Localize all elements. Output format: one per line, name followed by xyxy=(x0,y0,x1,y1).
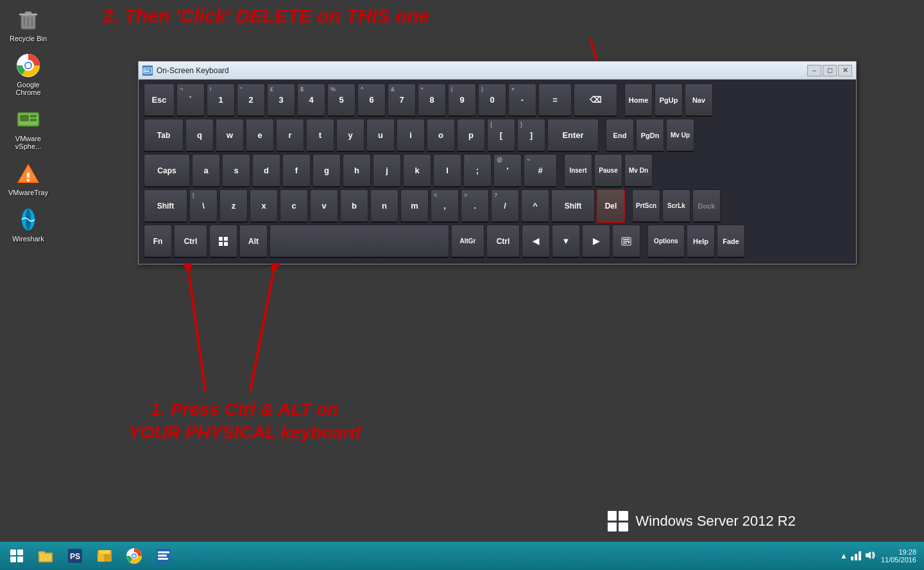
key-del[interactable]: Del xyxy=(597,189,625,223)
key-options[interactable]: Options xyxy=(647,225,685,258)
key-pgup[interactable]: PgUp xyxy=(654,83,683,117)
key-2[interactable]: "2 xyxy=(237,83,265,117)
key-prtscn[interactable]: PrtScn xyxy=(632,189,660,223)
key-q[interactable]: q xyxy=(185,119,214,152)
key-6[interactable]: ^6 xyxy=(357,83,386,117)
network-icon[interactable] xyxy=(850,550,862,562)
key-open-bracket[interactable]: {[ xyxy=(487,119,515,152)
start-button[interactable] xyxy=(4,544,30,568)
key-r[interactable]: r xyxy=(276,119,304,152)
key-altgr[interactable]: AltGr xyxy=(451,225,484,258)
key-nav-btn[interactable]: Nav xyxy=(685,83,713,117)
key-alt[interactable]: Alt xyxy=(239,225,268,258)
key-4[interactable]: $4 xyxy=(297,83,325,117)
maximize-button[interactable]: ◻ xyxy=(823,65,837,76)
key-c[interactable]: c xyxy=(280,189,308,223)
taskbar-clock[interactable]: 19:28 11/05/2016 xyxy=(881,548,916,564)
taskbar-chrome[interactable] xyxy=(121,544,148,568)
key-mv-dn[interactable]: Mv Dn xyxy=(624,154,653,187)
key-n[interactable]: n xyxy=(370,189,398,223)
key-minus[interactable]: +- xyxy=(508,83,536,117)
key-caret[interactable]: ^ xyxy=(521,189,549,223)
taskbar-app5[interactable] xyxy=(150,544,177,568)
taskbar-file-explorer[interactable] xyxy=(32,544,59,568)
key-hash[interactable]: ~# xyxy=(524,154,557,187)
key-e[interactable]: e xyxy=(246,119,274,152)
key-win[interactable] xyxy=(209,225,237,258)
key-ctrl-right[interactable]: Ctrl xyxy=(486,225,520,258)
key-f[interactable]: f xyxy=(282,154,311,187)
key-close-bracket[interactable]: }] xyxy=(517,119,545,152)
key-ctrl-left[interactable]: Ctrl xyxy=(174,225,207,258)
key-shift-right[interactable]: Shift xyxy=(551,189,595,223)
key-3[interactable]: £3 xyxy=(267,83,295,117)
wireshark-icon[interactable]: Wireshark xyxy=(5,207,51,243)
key-t[interactable]: t xyxy=(306,119,334,152)
minimize-button[interactable]: − xyxy=(807,65,821,76)
key-backtick[interactable]: ¬` xyxy=(176,83,205,117)
key-end[interactable]: End xyxy=(606,119,634,152)
key-esc[interactable]: Esc xyxy=(144,83,175,117)
taskbar-powershell[interactable]: PS xyxy=(62,544,89,568)
key-0[interactable]: )0 xyxy=(478,83,506,117)
key-tab[interactable]: Tab xyxy=(144,119,184,152)
key-y[interactable]: y xyxy=(336,119,364,152)
key-arrow-left[interactable]: ◀ xyxy=(522,225,550,258)
key-menu[interactable] xyxy=(612,225,640,258)
key-fn[interactable]: Fn xyxy=(144,225,172,258)
vmware-vsphere-icon[interactable]: VMware vSphe... xyxy=(5,107,51,150)
key-fade[interactable]: Fade xyxy=(717,225,745,258)
key-8[interactable]: *8 xyxy=(418,83,446,117)
key-period[interactable]: >. xyxy=(461,189,489,223)
key-mv-up[interactable]: Mv Up xyxy=(666,119,694,152)
key-a[interactable]: a xyxy=(192,154,220,187)
taskbar-windows-explorer[interactable] xyxy=(91,544,118,568)
key-insert[interactable]: Insert xyxy=(564,154,592,187)
key-o[interactable]: o xyxy=(427,119,455,152)
key-h[interactable]: h xyxy=(343,154,371,187)
key-scrlk[interactable]: ScrLk xyxy=(662,189,690,223)
key-shift-left[interactable]: Shift xyxy=(144,189,187,223)
key-9[interactable]: (9 xyxy=(448,83,476,117)
key-j[interactable]: j xyxy=(373,154,401,187)
vmwaretray-icon[interactable]: VMwareTray xyxy=(5,160,51,196)
key-l[interactable]: l xyxy=(433,154,461,187)
key-caps[interactable]: Caps xyxy=(144,154,190,187)
key-backslash[interactable]: |\ xyxy=(189,189,218,223)
key-quote[interactable]: @' xyxy=(493,154,522,187)
volume-icon[interactable] xyxy=(864,550,876,562)
key-space[interactable] xyxy=(270,225,449,258)
key-5[interactable]: %5 xyxy=(327,83,355,117)
key-backspace[interactable]: ⌫ xyxy=(574,83,617,117)
key-i[interactable]: i xyxy=(397,119,425,152)
key-arrow-right[interactable]: ▶ xyxy=(582,225,610,258)
key-comma[interactable]: <, xyxy=(431,189,459,223)
key-b[interactable]: b xyxy=(340,189,368,223)
tray-expand[interactable]: ▲ xyxy=(840,551,848,560)
key-w[interactable]: w xyxy=(216,119,244,152)
key-enter[interactable]: Enter xyxy=(547,119,599,152)
close-button[interactable]: ✕ xyxy=(838,65,852,76)
key-v[interactable]: v xyxy=(310,189,338,223)
key-7[interactable]: &7 xyxy=(388,83,416,117)
key-z[interactable]: z xyxy=(219,189,248,223)
key-slash[interactable]: ?/ xyxy=(491,189,519,223)
key-help[interactable]: Help xyxy=(687,225,715,258)
key-home[interactable]: Home xyxy=(624,83,653,117)
key-x[interactable]: x xyxy=(250,189,278,223)
key-s[interactable]: s xyxy=(222,154,250,187)
key-p[interactable]: p xyxy=(457,119,485,152)
key-pause[interactable]: Pause xyxy=(594,154,622,187)
google-chrome-icon[interactable]: Google Chrome xyxy=(5,53,51,96)
recycle-bin-icon[interactable]: Recycle Bin xyxy=(5,6,51,42)
key-u[interactable]: u xyxy=(366,119,395,152)
key-dock[interactable]: Dock xyxy=(692,189,721,223)
key-semicolon[interactable]: :; xyxy=(463,154,492,187)
key-arrow-down[interactable]: ▼ xyxy=(552,225,580,258)
key-g[interactable]: g xyxy=(312,154,341,187)
key-pgdn[interactable]: PgDn xyxy=(636,119,664,152)
key-d[interactable]: d xyxy=(252,154,280,187)
key-equals[interactable]: = xyxy=(538,83,572,117)
key-k[interactable]: k xyxy=(403,154,431,187)
key-m[interactable]: m xyxy=(400,189,429,223)
